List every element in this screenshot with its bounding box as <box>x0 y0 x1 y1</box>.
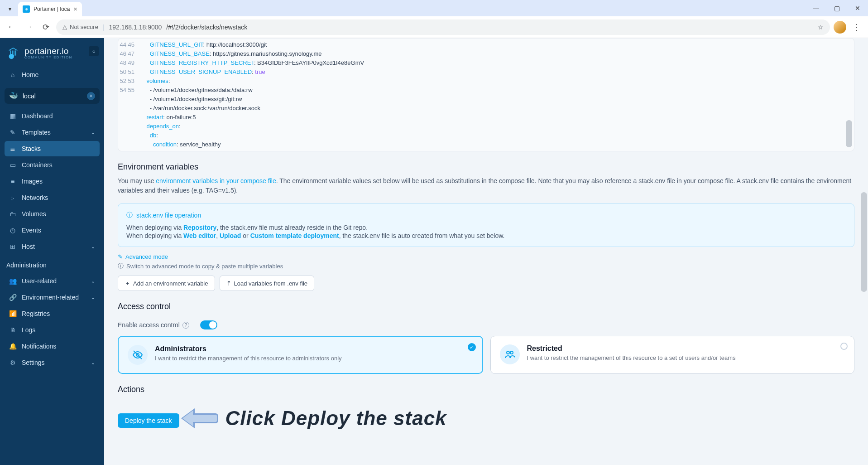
editor-scrollbar-track[interactable] <box>846 40 852 149</box>
sidebar-item-stacks[interactable]: ≣Stacks <box>5 141 100 156</box>
sidebar-item-notifications[interactable]: 🔔Notifications <box>5 339 100 354</box>
chevron-down-icon: ⌄ <box>91 244 95 250</box>
templates-icon: ✎ <box>9 129 16 136</box>
sidebar-item-label: Environment-related <box>22 294 79 301</box>
info-line: When deploying via Web editor, Upload or… <box>126 232 846 239</box>
env-close-icon[interactable]: × <box>87 92 95 100</box>
security-label: Not secure <box>70 24 98 30</box>
sidebar-item-settings[interactable]: ⚙Settings⌄ <box>5 355 100 370</box>
stack-env-info-box: ⓘstack.env file operation When deploying… <box>118 203 854 247</box>
help-icon[interactable]: ? <box>182 322 189 329</box>
app-root: « portainer.io COMMUNITY EDITION ⌂ Home … <box>0 38 868 465</box>
eye-off-icon <box>128 345 148 365</box>
sidebar-item-logs[interactable]: 🗎Logs <box>5 322 100 338</box>
sidebar-item-registries[interactable]: 📶Registries <box>5 306 100 321</box>
env-name: local <box>23 92 36 100</box>
stacks-icon: ≣ <box>9 145 16 152</box>
edit-icon: ✎ <box>118 253 123 260</box>
sidebar-item-label: Templates <box>22 129 51 136</box>
editor-scrollbar-thumb[interactable] <box>846 120 852 147</box>
images-icon: ≡ <box>9 178 16 185</box>
dashboard-icon: ▦ <box>9 112 16 120</box>
info-small-icon: ⓘ <box>118 262 124 270</box>
sidebar-item-dashboard[interactable]: ▦Dashboard <box>5 108 100 124</box>
sidebar-collapse-button[interactable]: « <box>89 46 99 56</box>
sidebar-item-containers[interactable]: ▭Containers <box>5 157 100 173</box>
forward-button[interactable]: → <box>22 20 35 34</box>
window-maximize-icon[interactable]: ▢ <box>826 0 847 16</box>
sidebar-item-host[interactable]: ⊞Host⌄ <box>5 239 100 254</box>
tab-title: Portainer | loca <box>34 6 70 12</box>
profile-avatar[interactable] <box>834 21 846 34</box>
sidebar-item-images[interactable]: ≡Images <box>5 174 100 189</box>
sidebar-item-label: Volumes <box>22 210 46 218</box>
sidebar-item-templates[interactable]: ✎Templates⌄ <box>5 125 100 140</box>
sidebar-item-label: Settings <box>22 359 45 366</box>
access-card-restricted[interactable]: Restricted I want to restrict the manage… <box>490 336 855 374</box>
events-icon: ◷ <box>9 227 16 234</box>
upload-icon: ⤒ <box>226 280 231 287</box>
editor-gutter: 44 45 46 47 48 49 50 51 52 53 54 55 <box>118 40 140 149</box>
sidebar-item-label: Host <box>22 243 35 250</box>
radio-unchecked-icon <box>840 343 848 350</box>
users-icon: 👥 <box>9 277 16 285</box>
sidebar: « portainer.io COMMUNITY EDITION ⌂ Home … <box>0 38 104 465</box>
access-card-administrators[interactable]: Administrators I want to restrict the ma… <box>118 336 483 374</box>
advanced-mode-hint: ⓘSwitch to advanced mode to copy & paste… <box>118 262 854 270</box>
logs-icon: 🗎 <box>9 326 16 334</box>
load-env-file-button[interactable]: ⤒Load variables from .env file <box>220 276 315 291</box>
docker-icon: 🐳 <box>9 92 18 100</box>
sidebar-item-label: Logs <box>22 326 35 334</box>
browser-tab[interactable]: ⎈ Portainer | loca × <box>18 2 82 16</box>
text: You may use <box>118 177 156 184</box>
chevron-down-icon: ⌄ <box>91 360 95 366</box>
browser-menu-icon[interactable]: ⋮ <box>850 22 863 32</box>
svg-point-4 <box>9 54 14 59</box>
tab-close-icon[interactable]: × <box>74 5 77 13</box>
deploy-stack-button[interactable]: Deploy the stack <box>118 413 179 428</box>
sidebar-item-label: User-related <box>22 277 57 285</box>
sidebar-item-volumes[interactable]: 🗀Volumes <box>5 206 100 222</box>
sidebar-item-home[interactable]: ⌂ Home <box>5 67 100 82</box>
sidebar-item-events[interactable]: ◷Events <box>5 223 100 238</box>
page-scrollbar[interactable] <box>861 192 867 292</box>
access-control-toggle[interactable] <box>200 320 217 329</box>
window-minimize-icon[interactable]: — <box>806 0 826 16</box>
card-desc: I want to restrict the management of thi… <box>527 354 736 361</box>
sidebar-item-networks[interactable]: ჻Networks <box>5 190 100 205</box>
sidebar-item-user-related[interactable]: 👥User-related⌄ <box>5 273 100 289</box>
warning-icon: △ <box>62 24 67 30</box>
editor-code[interactable]: GITNESS_URL_GIT: http://localhost:3000/g… <box>140 40 854 149</box>
back-button[interactable]: ← <box>5 20 18 34</box>
tabs-dropdown-icon[interactable]: ▾ <box>5 4 15 15</box>
browser-titlebar: ▾ ⎈ Portainer | loca × — ▢ ✕ <box>0 0 868 16</box>
env-section-title: Environment variables <box>118 162 854 172</box>
sidebar-item-label: Networks <box>22 194 48 201</box>
url-path: /#!/2/docker/stacks/newstack <box>166 24 247 31</box>
host-icon: ⊞ <box>9 243 16 250</box>
sidebar-item-label: Images <box>22 178 43 185</box>
add-env-var-button[interactable]: ＋Add an environment variable <box>118 276 215 291</box>
annotation-text: Click Deploy the stack <box>225 407 447 430</box>
reload-button[interactable]: ⟳ <box>39 20 53 34</box>
info-icon: ⓘ <box>126 211 133 219</box>
sidebar-section-admin: Administration <box>5 255 100 272</box>
sidebar-environment-pill[interactable]: 🐳 local × <box>5 88 100 104</box>
security-badge: △ Not secure <box>62 24 98 30</box>
sidebar-item-label: Stacks <box>22 145 41 152</box>
window-close-icon[interactable]: ✕ <box>847 0 868 16</box>
address-bar[interactable]: △ Not secure | 192.168.1.18:9000/#!/2/do… <box>56 19 830 35</box>
chevron-down-icon: ⌄ <box>91 130 95 136</box>
advanced-mode-link[interactable]: ✎Advanced mode <box>118 253 168 260</box>
bookmark-icon[interactable]: ☆ <box>818 24 824 31</box>
link-icon: 🔗 <box>9 294 16 301</box>
sidebar-item-env-related[interactable]: 🔗Environment-related⌄ <box>5 290 100 305</box>
volumes-icon: 🗀 <box>9 210 16 218</box>
env-docs-link[interactable]: environment variables in your compose fi… <box>156 177 276 184</box>
access-enable-label: Enable access control <box>118 321 180 329</box>
code-editor[interactable]: 44 45 46 47 48 49 50 51 52 53 54 55 GITN… <box>118 38 854 151</box>
sidebar-item-label: Events <box>22 227 41 234</box>
link-label: Advanced mode <box>125 253 168 260</box>
sidebar-item-label: Containers <box>22 161 53 169</box>
chevron-down-icon: ⌄ <box>91 278 95 284</box>
